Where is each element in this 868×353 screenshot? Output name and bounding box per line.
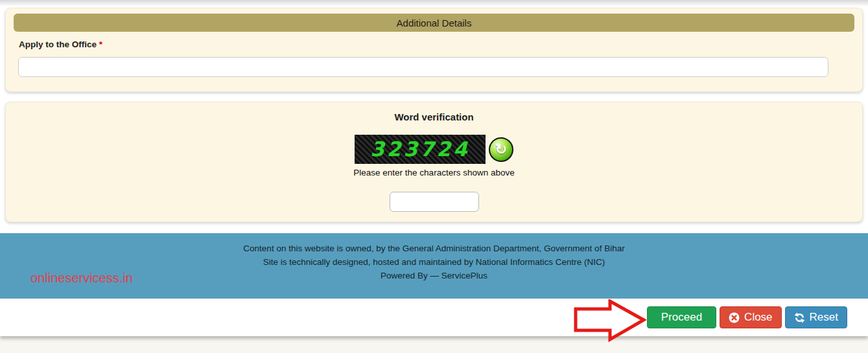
captcha-row: 323724 ↻ [6,135,862,164]
word-verification-panel: Word verification 323724 ↻ Please enter … [5,102,863,222]
required-asterisk: * [99,40,102,49]
refresh-icon: ↻ [495,141,507,158]
top-page-shadow [0,0,868,6]
footer-line-ownership: Content on this website is owned, by the… [0,242,868,255]
reset-label: Reset [810,311,838,324]
watermark-onlineservicess: onlineservicess.in [30,271,133,286]
reset-button[interactable]: Reset [785,306,847,328]
site-footer: Content on this website is owned, by the… [0,233,868,299]
refresh-icon [794,312,805,323]
proceed-label: Proceed [661,311,702,324]
captcha-code: 323724 [370,139,469,159]
captcha-input[interactable] [390,192,479,212]
captcha-refresh-button[interactable]: ↻ [489,137,513,162]
action-bar: Proceed Close Reset [0,299,868,336]
red-arrow-annotation [572,299,646,342]
captcha-instruction: Please enter the characters shown above [6,168,862,177]
captcha-image: 323724 [355,135,486,164]
additional-details-title: Additional Details [397,17,472,28]
additional-details-header: Additional Details [14,14,854,32]
apply-office-label: Apply to the Office * [19,40,862,49]
proceed-button[interactable]: Proceed [647,306,716,328]
bottom-page-background [0,336,868,353]
word-verification-title: Word verification [6,102,862,122]
x-circle-icon [729,312,740,323]
footer-line-nic: Site is technically designed, hosted and… [0,255,868,269]
close-label: Close [744,311,772,324]
additional-details-panel: Additional Details Apply to the Office * [5,8,863,92]
close-button[interactable]: Close [720,306,781,328]
apply-office-input[interactable] [18,57,828,77]
